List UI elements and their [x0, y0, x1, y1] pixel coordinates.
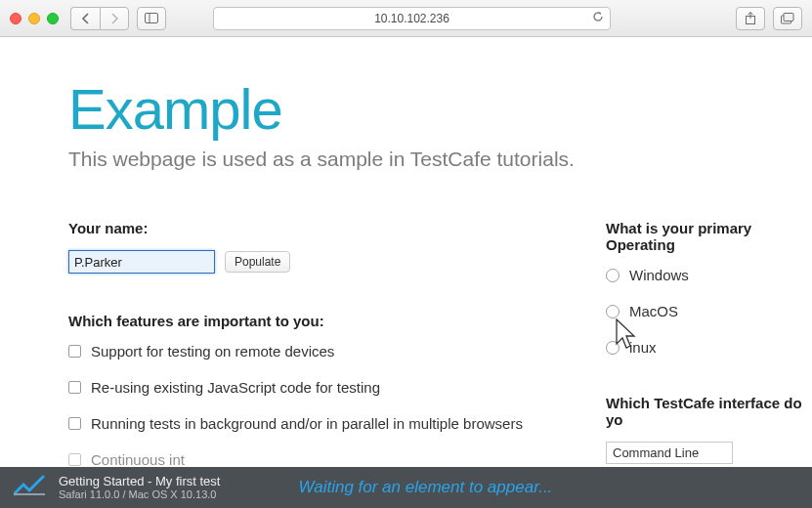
os-option[interactable]: MacOS — [606, 303, 812, 319]
reload-icon[interactable] — [592, 11, 604, 25]
feature-text: Support for testing on remote devices — [91, 343, 334, 360]
interface-label: Which TestCafe interface do yo — [606, 395, 812, 428]
os-text: Windows — [629, 267, 689, 283]
os-text: MacOS — [629, 303, 678, 319]
page-content: Example This webpage is used as a sample… — [0, 37, 812, 468]
checkbox-icon[interactable] — [68, 417, 81, 430]
os-label: What is your primary Operating — [606, 220, 812, 253]
radio-icon[interactable] — [606, 269, 620, 282]
browser-toolbar: 10.10.102.236 — [0, 0, 812, 37]
checkbox-icon[interactable] — [68, 453, 81, 466]
feature-text: Continuous int — [91, 451, 185, 468]
radio-icon[interactable] — [606, 305, 620, 318]
features-label: Which features are important to you: — [68, 313, 547, 329]
name-label: Your name: — [68, 220, 547, 236]
status-message: Waiting for an element to appear... — [298, 478, 552, 497]
interface-select[interactable]: Command Line — [606, 442, 733, 464]
testcafe-logo-icon — [14, 475, 45, 500]
status-title: Getting Started - My first test — [59, 474, 220, 489]
feature-row[interactable]: Support for testing on remote devices — [68, 343, 547, 360]
address-text: 10.10.102.236 — [374, 12, 449, 25]
populate-button[interactable]: Populate — [225, 251, 290, 273]
feature-row[interactable]: Continuous int — [68, 451, 547, 468]
radio-icon[interactable] — [606, 341, 620, 355]
svg-rect-0 — [146, 14, 158, 23]
window-controls — [10, 13, 59, 24]
maximize-window-button[interactable] — [47, 13, 59, 24]
testcafe-statusbar: Getting Started - My first test Safari 1… — [0, 467, 812, 508]
nav-buttons — [70, 7, 129, 30]
svg-rect-5 — [784, 13, 793, 21]
feature-text: Re-using existing JavaScript code for te… — [91, 379, 380, 396]
minimize-window-button[interactable] — [28, 13, 40, 24]
forward-button[interactable] — [100, 7, 129, 30]
sidebar-toggle-button[interactable] — [137, 7, 166, 30]
feature-row[interactable]: Running tests in background and/or in pa… — [68, 415, 547, 432]
back-button[interactable] — [70, 7, 100, 30]
share-button[interactable] — [736, 7, 765, 30]
page-subtitle: This webpage is used as a sample in Test… — [68, 148, 812, 171]
status-env: Safari 11.0.0 / Mac OS X 10.13.0 — [59, 488, 220, 501]
address-bar[interactable]: 10.10.102.236 — [213, 7, 611, 30]
os-option[interactable]: inux — [606, 339, 812, 356]
feature-text: Running tests in background and/or in pa… — [91, 415, 523, 432]
feature-row[interactable]: Re-using existing JavaScript code for te… — [68, 379, 547, 396]
checkbox-icon[interactable] — [68, 381, 81, 394]
page-heading: Example — [68, 76, 812, 142]
close-window-button[interactable] — [10, 13, 21, 24]
os-option[interactable]: Windows — [606, 267, 812, 283]
checkbox-icon[interactable] — [68, 345, 81, 358]
os-text: inux — [629, 339, 657, 356]
tabs-button[interactable] — [773, 7, 802, 30]
name-input[interactable] — [68, 250, 215, 274]
interface-value: Command Line — [613, 445, 699, 460]
